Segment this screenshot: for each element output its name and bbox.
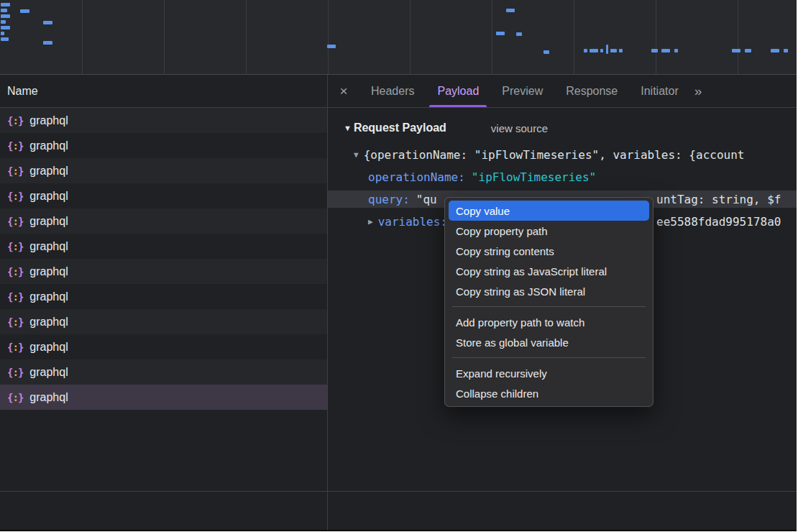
request-timeline-bar (600, 49, 603, 52)
view-source-link[interactable]: view source (491, 122, 548, 134)
network-request-row-selected[interactable]: {:}graphql (0, 385, 327, 410)
json-braces-icon: {:} (7, 241, 23, 252)
json-braces-icon: {:} (7, 367, 23, 378)
request-timeline-bar (1, 32, 4, 35)
request-timeline-bar (327, 45, 336, 48)
network-request-row[interactable]: {:}graphql (0, 259, 327, 284)
payload-root-line[interactable]: ▼ {operationName: "ipFlowTimeseries", va… (328, 146, 797, 163)
request-name: graphql (29, 215, 68, 228)
name-column-label: Name (7, 85, 38, 98)
request-name: graphql (29, 341, 68, 354)
footer-divider (0, 491, 797, 492)
menu-item-copy-property-path[interactable]: Copy property path (449, 221, 649, 241)
tab-initiator[interactable]: Initiator (629, 75, 689, 107)
json-braces-icon: {:} (7, 316, 23, 328)
menu-item-copy-string-json-literal[interactable]: Copy string as JSON literal (449, 281, 649, 301)
tab-preview[interactable]: Preview (490, 75, 554, 107)
request-timeline-bar (584, 49, 587, 52)
overview-gridline (492, 0, 492, 74)
menu-separator (452, 357, 646, 358)
request-timeline-bar (651, 49, 658, 52)
network-request-row[interactable]: {:}graphql (0, 359, 327, 385)
tab-headers[interactable]: Headers (359, 75, 426, 107)
menu-item-copy-string-js-literal[interactable]: Copy string as JavaScript literal (449, 261, 649, 281)
network-request-row[interactable]: {:}graphql (0, 133, 327, 158)
property-key: variables: (378, 215, 447, 229)
network-request-row[interactable]: {:}graphql (0, 334, 327, 359)
request-timeline-bar (506, 9, 515, 12)
expand-triangle-icon[interactable]: ▶ (368, 217, 373, 226)
request-timeline-bar (661, 49, 670, 52)
request-timeline-bar (745, 49, 751, 52)
menu-item-expand-recursively[interactable]: Expand recursively (449, 363, 649, 383)
collapse-triangle-icon[interactable]: ▼ (344, 124, 352, 132)
network-request-row[interactable]: {:}graphql (0, 183, 327, 208)
property-key: query: (368, 193, 410, 206)
expand-triangle-icon[interactable]: ▼ (354, 150, 359, 160)
request-timeline-bar (516, 32, 522, 36)
request-name: graphql (29, 114, 68, 127)
request-timeline-bar (674, 49, 678, 52)
json-braces-icon: {:} (7, 140, 23, 152)
json-braces-icon: {:} (7, 341, 23, 353)
request-payload-header: ▼ Request Payload view source (328, 119, 797, 137)
menu-item-add-property-path-to-watch[interactable]: Add property path to watch (449, 312, 649, 332)
request-name: graphql (29, 290, 68, 303)
json-braces-icon: {:} (7, 216, 23, 227)
name-column-header[interactable]: Name (0, 75, 327, 108)
overview-strip[interactable] (0, 0, 797, 75)
request-timeline-bar (784, 49, 788, 52)
property-value: "ipFlowTimeseries" (472, 170, 596, 184)
request-name: graphql (29, 165, 68, 178)
network-request-row[interactable]: {:}graphql (0, 234, 327, 259)
request-timeline-bar (1, 14, 10, 18)
request-name: graphql (29, 265, 68, 278)
json-braces-icon: {:} (7, 191, 23, 202)
request-name: graphql (29, 316, 68, 329)
property-value-after-menu: untTag: string, $f (656, 191, 781, 208)
overview-gridline (164, 0, 165, 74)
close-icon[interactable]: × (328, 83, 359, 99)
request-timeline-bar (1, 20, 6, 24)
menu-item-collapse-children[interactable]: Collapse children (449, 383, 649, 403)
menu-item-store-as-global-variable[interactable]: Store as global variable (449, 332, 649, 352)
request-name: graphql (29, 139, 68, 152)
request-name: graphql (29, 190, 68, 203)
json-braces-icon: {:} (7, 165, 23, 177)
payload-root-preview: {operationName: "ipFlowTimeseries", vari… (364, 148, 745, 162)
more-tabs-chevron-icon[interactable]: » (694, 83, 702, 99)
overview-gridline (82, 0, 83, 74)
request-timeline-bar (43, 41, 52, 45)
request-timeline-bar (732, 49, 740, 52)
devtools-window: Name {:}graphql {:}graphql {:}graphql {:… (0, 0, 797, 531)
tab-payload[interactable]: Payload (426, 75, 490, 107)
tab-response[interactable]: Response (554, 75, 629, 107)
request-timeline-bar (1, 26, 10, 29)
menu-item-copy-value[interactable]: Copy value (449, 201, 649, 221)
overview-gridline (656, 0, 656, 74)
request-timeline-bar (610, 49, 617, 52)
network-request-row[interactable]: {:}graphql (0, 158, 327, 183)
payload-operationname-line[interactable]: operationName: "ipFlowTimeseries" (328, 168, 797, 185)
request-name: graphql (29, 366, 68, 379)
overview-gridline (328, 0, 329, 74)
request-timeline-bar (606, 45, 608, 54)
network-request-row[interactable]: {:}graphql (0, 108, 327, 133)
request-name: graphql (29, 240, 68, 253)
network-request-row[interactable]: {:}graphql (0, 284, 327, 309)
network-request-row[interactable]: {:}graphql (0, 309, 327, 334)
json-braces-icon: {:} (7, 266, 23, 278)
request-timeline-bar (1, 37, 9, 41)
json-braces-icon: {:} (7, 115, 23, 127)
request-name: graphql (29, 391, 68, 404)
json-braces-icon: {:} (7, 291, 23, 303)
context-menu: Copy value Copy property path Copy strin… (444, 197, 653, 407)
menu-item-copy-string-contents[interactable]: Copy string contents (449, 241, 649, 261)
panel-resize-divider[interactable] (327, 75, 328, 530)
network-request-row[interactable]: {:}graphql (0, 208, 327, 234)
request-timeline-bar (496, 32, 505, 35)
menu-separator (452, 306, 646, 307)
request-timeline-bar (1, 3, 10, 6)
request-timeline-bar (544, 50, 549, 54)
property-value-start: "qu (416, 193, 437, 206)
